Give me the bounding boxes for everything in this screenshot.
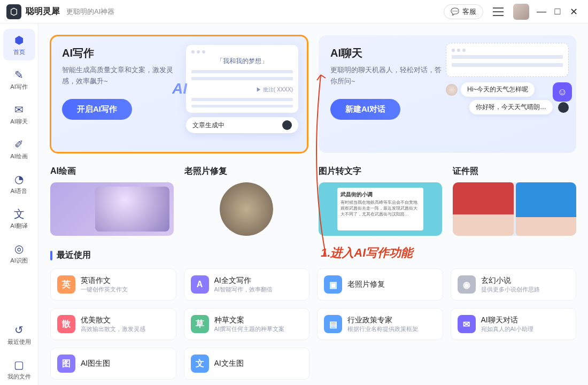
annotation-text: 1.进入AI写作功能: [321, 245, 413, 261]
customer-service-label: 客服: [462, 7, 476, 17]
recent-item-title: 种草文案: [214, 315, 284, 325]
feature-title: 证件照: [453, 166, 576, 177]
mock-doc-title: 「我和我的梦想」: [191, 57, 293, 66]
recent-item-icon: ▣: [324, 275, 342, 294]
sidebar-item-writing[interactable]: ✎ AI写作: [3, 64, 35, 95]
hero-chat-desc: 更聪明的聊天机器人，轻松对话，答你所问~: [330, 65, 443, 87]
sidebar-label: 我的文件: [7, 373, 31, 381]
start-writing-button[interactable]: 开启AI写作: [62, 99, 132, 120]
recent-item-subtitle: AI智能写作，效率翻倍: [214, 286, 273, 294]
recent-grid: 英 英语作文 一键创作英文作文 A AI全文写作 AI智能写作，效率翻倍 ▣ 老…: [50, 268, 576, 380]
ai-draw-thumbnail: [50, 182, 174, 236]
menu-icon[interactable]: [493, 7, 504, 16]
recent-item[interactable]: 文 AI文生图: [184, 348, 310, 380]
recent-item-icon: 图: [57, 355, 75, 373]
customer-service-button[interactable]: 💬 客服: [444, 4, 483, 19]
sidebar-label: 首页: [13, 48, 25, 56]
recent-item-title: AI图生图: [81, 359, 110, 368]
headphone-icon: ◔: [12, 172, 26, 186]
chat-bubble-icon: 💬: [451, 7, 459, 16]
recent-item[interactable]: A AI全文写作 AI智能写作，效率翻倍: [184, 268, 310, 301]
folder-icon: ▢: [12, 358, 26, 372]
recent-item[interactable]: ◉ 玄幻小说 提供更多小说创作思路: [451, 268, 577, 301]
ai-badge-icon: AI: [172, 80, 187, 97]
recent-item-subtitle: 一键创作英文作文: [81, 286, 128, 294]
recent-item[interactable]: 草 种草文案 AI撰写任何主题的种草文案: [184, 308, 310, 340]
brush-icon: ✐: [12, 137, 26, 151]
feature-card-photo-repair[interactable]: 老照片修复: [184, 166, 308, 236]
feature-title: AI绘画: [50, 166, 174, 177]
recent-item[interactable]: ▣ 老照片修复: [317, 268, 443, 301]
recent-item-title: 优美散文: [81, 315, 145, 325]
writing-mockup: 「我和我的梦想」 ▶ 批注( XXXX) AI 文章生成中: [186, 45, 298, 133]
maximize-button[interactable]: □: [550, 6, 566, 17]
sidebar-item-recent[interactable]: ↺ 最近使用: [3, 319, 35, 350]
hexagon-icon: ⬢: [12, 33, 26, 47]
sidebar-label: AI绘画: [10, 152, 27, 160]
recent-item[interactable]: ▤ 行业政策专家 根据行业名称提供政策框架: [317, 308, 443, 340]
mini-logo-icon: [282, 120, 292, 130]
sidebar-item-chat[interactable]: ✉ AI聊天: [3, 98, 35, 130]
recent-item-icon: 散: [57, 315, 75, 333]
recent-item-subtitle: AI撰写任何主题的种草文案: [214, 325, 284, 333]
feather-icon: ✎: [12, 68, 26, 82]
app-subtitle: 更聪明的AI神器: [66, 7, 114, 17]
feature-title: 图片转文字: [319, 166, 442, 177]
chat-bubble-user: Hi~今天的天气怎样呢: [461, 82, 535, 97]
new-chat-button[interactable]: 新建AI对话: [330, 99, 400, 120]
recent-item-subtitle: 根据行业名称提供政策框架: [347, 325, 418, 333]
sidebar-item-translate[interactable]: 文 AI翻译: [3, 203, 35, 234]
feature-title: 老照片修复: [184, 166, 308, 177]
recent-item-title: 英语作文: [81, 276, 128, 286]
sidebar-item-files[interactable]: ▢ 我的文件: [3, 353, 35, 385]
photo-repair-thumbnail: [184, 182, 308, 236]
sidebar-label: AI写作: [10, 83, 27, 91]
sidebar: ⬢ 首页 ✎ AI写作 ✉ AI聊天 ✐ AI绘画 ◔ Ai语音 文 AI翻译 …: [0, 24, 38, 385]
recent-item-icon: 文: [191, 355, 209, 373]
recent-item-title: AI聊天对话: [481, 315, 533, 325]
section-accent-bar: [50, 251, 52, 260]
recent-item-icon: ▤: [324, 315, 342, 333]
sidebar-label: AI翻译: [10, 222, 27, 230]
sidebar-item-draw[interactable]: ✐ AI绘画: [3, 133, 35, 165]
close-button[interactable]: ✕: [566, 6, 582, 18]
hero-card-chat[interactable]: AI聊天 更聪明的聊天机器人，轻松对话，答你所问~ 新建AI对话 ☺ Hi~今天…: [319, 35, 576, 153]
minimize-button[interactable]: —: [533, 6, 550, 17]
id-photo-thumbnail: [453, 182, 576, 236]
recent-item[interactable]: 散 优美散文 高效输出散文，激发灵感: [50, 308, 176, 340]
chat-fab-icon: ☺: [553, 82, 572, 102]
recent-item-icon: A: [191, 275, 209, 294]
recent-item-icon: ✉: [458, 315, 476, 333]
mock-note: ▶ 批注( XXXX): [191, 86, 293, 94]
feature-card-draw[interactable]: AI绘画: [50, 166, 174, 236]
recent-item-icon: 英: [57, 275, 75, 294]
sidebar-label: Ai语音: [11, 187, 28, 195]
feature-card-id-photo[interactable]: 证件照: [453, 166, 576, 236]
sidebar-item-voice[interactable]: ◔ Ai语音: [3, 168, 35, 199]
envelope-icon: ✉: [12, 103, 26, 117]
recent-item[interactable]: 图 AI图生图: [50, 348, 176, 380]
feature-card-ocr[interactable]: 图片转文字 武昌街的小调有时候当我在地铁高峰等车总会不自觉地观察武昌街去走一阵，…: [319, 166, 442, 236]
sidebar-item-home[interactable]: ⬢ 首页: [3, 29, 35, 60]
translate-icon: 文: [12, 207, 26, 221]
user-avatar[interactable]: [513, 4, 529, 20]
app-logo-icon: [6, 4, 21, 19]
recent-item[interactable]: ✉ AI聊天对话 宛如真人的AI小助理: [451, 308, 577, 340]
sidebar-label: AI聊天: [10, 118, 27, 126]
recent-item[interactable]: 英 英语作文 一键创作英文作文: [50, 268, 176, 301]
sidebar-item-image-rec[interactable]: ◎ AI识图: [3, 237, 35, 269]
hero-card-writing[interactable]: AI写作 智能生成高质量文章和文案，激发灵感，效率飙升~ 开启AI写作 「我和我…: [50, 35, 308, 153]
recent-item-subtitle: 提供更多小说创作思路: [481, 286, 540, 294]
recent-item-title: AI全文写作: [214, 276, 273, 286]
sidebar-label: AI识图: [10, 257, 27, 265]
recent-item-title: 行业政策专家: [347, 315, 418, 325]
main-content: AI写作 智能生成高质量文章和文案，激发灵感，效率飙升~ 开启AI写作 「我和我…: [38, 24, 588, 385]
history-icon: ↺: [12, 323, 26, 337]
user-avatar-icon: [446, 84, 458, 96]
recent-item-title: 老照片修复: [347, 280, 385, 289]
recent-item-title: AI文生图: [214, 359, 244, 368]
recent-item-icon: ◉: [458, 275, 476, 294]
generating-status: 文章生成中: [192, 121, 225, 130]
title-bar: 聪明灵犀 更聪明的AI神器 💬 客服 — □ ✕: [0, 0, 588, 24]
mini-logo-icon: [558, 102, 569, 113]
